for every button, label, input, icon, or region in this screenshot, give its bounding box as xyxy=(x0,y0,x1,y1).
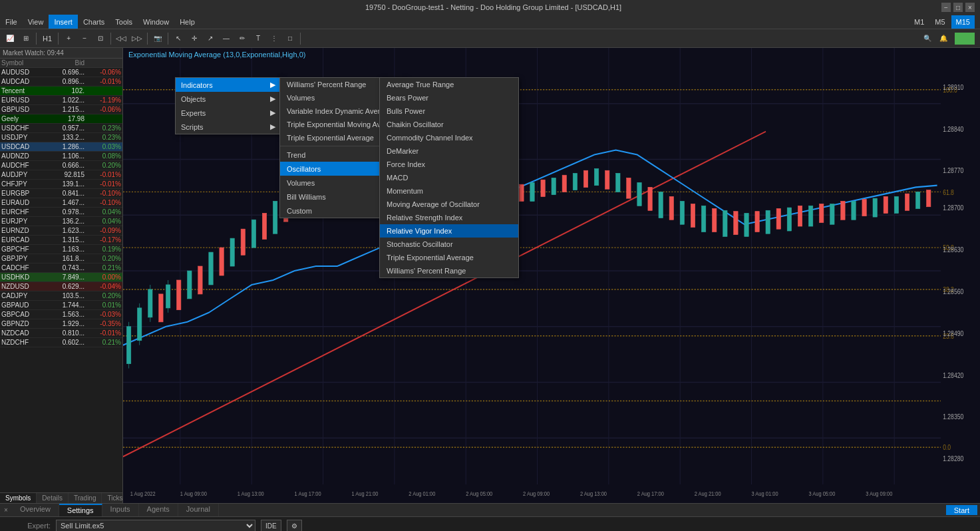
bid-value: 0.666... xyxy=(48,162,84,169)
insert-scripts-item[interactable]: Scripts ▶ xyxy=(176,120,281,134)
market-row[interactable]: EURUSD 1.022... -1.19% xyxy=(0,96,122,105)
strategy-tester-collapse[interactable]: × xyxy=(0,504,12,516)
svg-rect-57 xyxy=(530,182,534,201)
scroll-left-btn[interactable]: ◁◁ xyxy=(114,31,128,46)
screenshot-btn[interactable]: 📷 xyxy=(150,31,165,46)
tf-m15[interactable]: M15 xyxy=(951,15,975,29)
menu-charts[interactable]: Charts xyxy=(78,15,110,29)
menu-file[interactable]: File xyxy=(0,15,23,29)
templates-btn[interactable]: ⊞ xyxy=(19,31,33,46)
tf-m1[interactable]: M1 xyxy=(909,15,929,29)
insert-objects-item[interactable]: Objects ▶ xyxy=(176,92,281,106)
cursor-btn[interactable]: ↖ xyxy=(171,31,186,46)
maximize-btn[interactable]: □ xyxy=(953,3,963,12)
hline-btn[interactable]: — xyxy=(219,31,234,46)
scroll-right-btn[interactable]: ▷▷ xyxy=(130,31,144,46)
minimize-btn[interactable]: − xyxy=(941,3,951,12)
market-row[interactable]: Geely 17.98 xyxy=(0,114,122,124)
tab-overview[interactable]: Overview xyxy=(12,504,59,516)
close-btn[interactable]: × xyxy=(965,3,975,12)
osc-trix[interactable]: Triple Exponential Average xyxy=(380,251,518,264)
market-row[interactable]: AUDCHF 0.666... 0.20% xyxy=(0,161,122,170)
osc-atr[interactable]: Average True Range xyxy=(380,78,518,91)
market-row[interactable]: EURGBP 0.841... -0.10% xyxy=(0,189,122,198)
market-row[interactable]: AUDJPY 92.815 -0.01% xyxy=(0,170,122,180)
market-rows-container[interactable]: AUDUSD 0.696... -0.06% AUDCAD 0.896... -… xyxy=(0,68,122,492)
market-row[interactable]: USDJPY 133.2... 0.23% xyxy=(0,133,122,142)
tab-inputs[interactable]: Inputs xyxy=(102,504,139,516)
chart-area[interactable]: Exponential Moving Average (13,0,Exponen… xyxy=(123,48,980,503)
osc-chaikin[interactable]: Chaikin Oscillator xyxy=(380,118,518,131)
osc-mao[interactable]: Moving Average of Oscillator xyxy=(380,198,518,211)
menu-insert[interactable]: Insert xyxy=(49,15,78,29)
fib-btn[interactable]: ⋮ xyxy=(267,31,281,46)
mw-tab-symbols[interactable]: Symbols xyxy=(0,493,37,503)
text-btn[interactable]: T xyxy=(251,31,265,46)
osc-wpr[interactable]: Williams' Percent Range xyxy=(380,264,518,277)
line-btn[interactable]: ↗ xyxy=(203,31,218,46)
zoom-in-btn[interactable]: + xyxy=(61,31,76,46)
market-row[interactable]: GBPCHF 1.163... 0.19% xyxy=(0,245,122,254)
new-chart-btn[interactable]: 📈 xyxy=(3,31,17,46)
insert-experts-item[interactable]: Experts ▶ xyxy=(176,106,281,120)
settings-btn[interactable]: ⚙ xyxy=(287,520,302,531)
mw-tab-ticks[interactable]: Ticks xyxy=(102,493,123,503)
market-row[interactable]: GBPNZD 1.929... -0.35% xyxy=(0,319,122,329)
market-row[interactable]: NZDUSD 0.629... -0.04% xyxy=(0,282,122,291)
market-row[interactable]: EURAUD 1.467... -0.10% xyxy=(0,198,122,208)
tab-agents[interactable]: Agents xyxy=(139,504,178,516)
draw-btn[interactable]: ✏ xyxy=(235,31,249,46)
tab-journal[interactable]: Journal xyxy=(178,504,219,516)
menu-view[interactable]: View xyxy=(23,15,49,29)
market-row[interactable]: GBPCAD 1.563... -0.03% xyxy=(0,310,122,319)
osc-macd[interactable]: MACD xyxy=(380,171,518,184)
market-row[interactable]: AUDNZD 1.106... 0.08% xyxy=(0,152,122,161)
market-row[interactable]: AUDCAD 0.896... -0.01% xyxy=(0,77,122,87)
market-row[interactable]: Tencent 102. xyxy=(0,87,122,96)
search-btn[interactable]: 🔍 xyxy=(920,31,935,46)
market-row[interactable]: GBPUSD 1.215... -0.06% xyxy=(0,105,122,114)
osc-rvi[interactable]: Relative Vigor Index xyxy=(380,224,518,238)
menu-help[interactable]: Help xyxy=(174,15,200,29)
market-row[interactable]: EURJPY 136.2... 0.04% xyxy=(0,217,122,226)
osc-demarker[interactable]: DeMarker xyxy=(380,144,518,158)
zoom-out-btn[interactable]: − xyxy=(77,31,92,46)
osc-momentum[interactable]: Momentum xyxy=(380,184,518,198)
market-row[interactable]: USDCAD 1.286... 0.03% xyxy=(0,142,122,152)
menu-window[interactable]: Window xyxy=(138,15,174,29)
market-row[interactable]: CHFJPY 139.1... -0.01% xyxy=(0,180,122,189)
tf-m5[interactable]: M5 xyxy=(930,15,949,29)
mw-tab-details[interactable]: Details xyxy=(37,493,69,503)
market-row[interactable]: GBPJPY 161.8... 0.20% xyxy=(0,254,122,264)
osc-bulls[interactable]: Bulls Power xyxy=(380,104,518,118)
market-row[interactable]: EURCAD 1.315... -0.17% xyxy=(0,236,122,245)
toolbar-h1-btn[interactable]: H1 xyxy=(39,31,55,46)
expert-select[interactable]: Sell Limit.ex5 xyxy=(56,520,255,531)
osc-rsi[interactable]: Relative Strength Index xyxy=(380,211,518,224)
crosshair-btn[interactable]: ✛ xyxy=(187,31,202,46)
mw-tab-trading[interactable]: Trading xyxy=(69,493,102,503)
alerts-btn[interactable]: 🔔 xyxy=(936,31,951,46)
osc-bears[interactable]: Bears Power xyxy=(380,91,518,104)
svg-text:2 Aug 09:00: 2 Aug 09:00 xyxy=(523,490,550,497)
osc-stochastic[interactable]: Stochastic Oscillator xyxy=(380,238,518,251)
market-row[interactable]: NZDCAD 0.810... -0.01% xyxy=(0,329,122,338)
zoom-fit-btn[interactable]: ⊡ xyxy=(93,31,108,46)
market-row[interactable]: NZDCHF 0.602... 0.21% xyxy=(0,338,122,347)
market-row[interactable]: CADJPY 103.5... 0.20% xyxy=(0,291,122,301)
market-row[interactable]: GBPAUD 1.744... 0.01% xyxy=(0,301,122,310)
tab-settings[interactable]: Settings xyxy=(59,504,102,516)
insert-indicators-item[interactable]: Indicators ▶ xyxy=(176,78,281,92)
market-row[interactable]: EURCHF 0.978... 0.04% xyxy=(0,208,122,217)
menu-tools[interactable]: Tools xyxy=(110,15,138,29)
market-row[interactable]: USDCHF 0.957... 0.23% xyxy=(0,124,122,133)
osc-cci[interactable]: Commodity Channel Index xyxy=(380,131,518,144)
ide-btn[interactable]: IDE xyxy=(261,520,281,531)
shapes-btn[interactable]: □ xyxy=(283,31,297,46)
market-row[interactable]: AUDUSD 0.696... -0.06% xyxy=(0,68,122,77)
market-row[interactable]: CADCHF 0.743... 0.21% xyxy=(0,264,122,273)
market-row[interactable]: USDHKD 7.849... 0.00% xyxy=(0,273,122,282)
osc-force[interactable]: Force Index xyxy=(380,158,518,171)
market-row[interactable]: EURNZD 1.623... -0.09% xyxy=(0,226,122,236)
start-button[interactable]: Start xyxy=(946,505,977,515)
